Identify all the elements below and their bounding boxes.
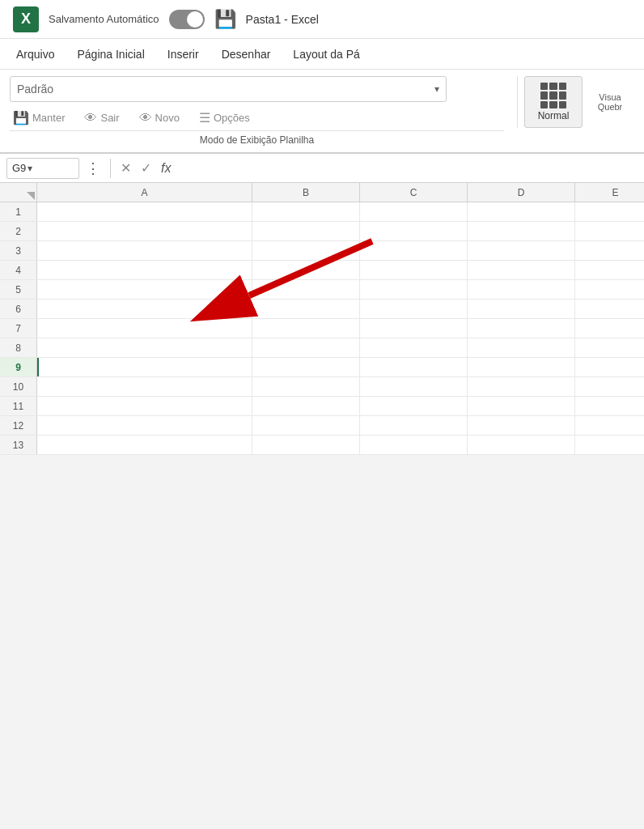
btn-novo[interactable]: 👁 Novo <box>136 109 183 127</box>
formula-confirm-icon[interactable]: ✓ <box>138 160 155 176</box>
cell-a12[interactable] <box>37 416 252 435</box>
cell-reference-box[interactable]: G9 ▾ <box>6 158 79 179</box>
cell-e8[interactable] <box>575 338 644 357</box>
cell-c8[interactable] <box>360 338 468 357</box>
cell-d2[interactable] <box>468 222 575 240</box>
cell-b9[interactable] <box>252 358 360 376</box>
cell-e3[interactable] <box>575 241 644 260</box>
btn-sair[interactable]: 👁 Sair <box>81 109 122 127</box>
row-header-1[interactable]: 1 <box>0 202 37 221</box>
col-header-d[interactable]: D <box>468 183 575 202</box>
row-header-2[interactable]: 2 <box>0 222 37 240</box>
cell-c12[interactable] <box>360 416 468 435</box>
cell-a2[interactable] <box>37 222 252 240</box>
cell-c13[interactable] <box>360 436 468 454</box>
cell-d13[interactable] <box>468 436 575 454</box>
cell-c6[interactable] <box>360 300 468 318</box>
cell-b6[interactable] <box>252 300 360 318</box>
formula-input[interactable] <box>177 158 638 179</box>
cell-b1[interactable] <box>252 202 360 221</box>
cell-c9[interactable] <box>360 358 468 376</box>
row-header-7[interactable]: 7 <box>0 319 37 338</box>
cell-e9[interactable] <box>575 358 644 376</box>
cell-e6[interactable] <box>575 300 644 318</box>
cell-e12[interactable] <box>575 416 644 435</box>
cell-b3[interactable] <box>252 241 360 260</box>
row-header-13[interactable]: 13 <box>0 436 37 454</box>
row-header-8[interactable]: 8 <box>0 338 37 357</box>
row-header-3[interactable]: 3 <box>0 241 37 260</box>
cell-d4[interactable] <box>468 261 575 279</box>
cell-a10[interactable] <box>37 377 252 396</box>
cell-d3[interactable] <box>468 241 575 260</box>
menu-pagina-inicial[interactable]: Página Inicial <box>67 45 154 64</box>
cell-d6[interactable] <box>468 300 575 318</box>
cell-b4[interactable] <box>252 261 360 279</box>
btn-manter[interactable]: 💾 Manter <box>10 108 68 127</box>
cell-b7[interactable] <box>252 319 360 338</box>
cell-e1[interactable] <box>575 202 644 221</box>
cell-b2[interactable] <box>252 222 360 240</box>
cell-c11[interactable] <box>360 397 468 415</box>
row-header-10[interactable]: 10 <box>0 377 37 396</box>
cell-c1[interactable] <box>360 202 468 221</box>
formula-cancel-icon[interactable]: ✕ <box>117 160 134 176</box>
menu-arquivo[interactable]: Arquivo <box>6 45 64 64</box>
row-header-5[interactable]: 5 <box>0 280 37 299</box>
menu-layout[interactable]: Layout da Pá <box>283 45 370 64</box>
cell-a8[interactable] <box>37 338 252 357</box>
cell-d1[interactable] <box>468 202 575 221</box>
cell-c3[interactable] <box>360 241 468 260</box>
cell-e4[interactable] <box>575 261 644 279</box>
formula-fx-icon[interactable]: fx <box>158 161 174 176</box>
col-header-a[interactable]: A <box>37 183 252 202</box>
cell-a9[interactable] <box>37 358 252 376</box>
cell-b8[interactable] <box>252 338 360 357</box>
cell-d12[interactable] <box>468 416 575 435</box>
cell-a5[interactable] <box>37 280 252 299</box>
formula-options-icon[interactable]: ⋮ <box>83 159 104 177</box>
auto-save-toggle[interactable] <box>169 10 205 29</box>
row-header-12[interactable]: 12 <box>0 416 37 435</box>
preview-view-btn[interactable]: VisuaQuebr <box>586 76 634 128</box>
cell-d8[interactable] <box>468 338 575 357</box>
cell-a3[interactable] <box>37 241 252 260</box>
cell-d11[interactable] <box>468 397 575 415</box>
cell-a13[interactable] <box>37 436 252 454</box>
cell-e10[interactable] <box>575 377 644 396</box>
col-header-c[interactable]: C <box>360 183 468 202</box>
col-header-b[interactable]: B <box>252 183 360 202</box>
cell-b5[interactable] <box>252 280 360 299</box>
cell-a7[interactable] <box>37 319 252 338</box>
normal-view-btn[interactable]: Normal <box>524 76 583 128</box>
cell-d10[interactable] <box>468 377 575 396</box>
menu-desenhar[interactable]: Desenhar <box>212 45 281 64</box>
cell-b13[interactable] <box>252 436 360 454</box>
cell-e5[interactable] <box>575 280 644 299</box>
col-header-e[interactable]: E <box>575 183 644 202</box>
cell-c7[interactable] <box>360 319 468 338</box>
cell-b12[interactable] <box>252 416 360 435</box>
corner-cell[interactable] <box>0 183 37 202</box>
cell-e13[interactable] <box>575 436 644 454</box>
cell-d7[interactable] <box>468 319 575 338</box>
cell-b11[interactable] <box>252 397 360 415</box>
cell-a6[interactable] <box>37 300 252 318</box>
menu-inserir[interactable]: Inserir <box>158 45 209 64</box>
cell-e7[interactable] <box>575 319 644 338</box>
cell-c5[interactable] <box>360 280 468 299</box>
cell-d5[interactable] <box>468 280 575 299</box>
cell-d9[interactable] <box>468 358 575 376</box>
row-header-11[interactable]: 11 <box>0 397 37 415</box>
cell-a11[interactable] <box>37 397 252 415</box>
cell-a4[interactable] <box>37 261 252 279</box>
cell-e2[interactable] <box>575 222 644 240</box>
row-header-6[interactable]: 6 <box>0 300 37 318</box>
row-header-9[interactable]: 9 <box>0 358 37 376</box>
cell-c10[interactable] <box>360 377 468 396</box>
cell-c4[interactable] <box>360 261 468 279</box>
view-dropdown[interactable]: Padrão ▾ <box>10 76 447 102</box>
cell-b10[interactable] <box>252 377 360 396</box>
cell-a1[interactable] <box>37 202 252 221</box>
cell-e11[interactable] <box>575 397 644 415</box>
